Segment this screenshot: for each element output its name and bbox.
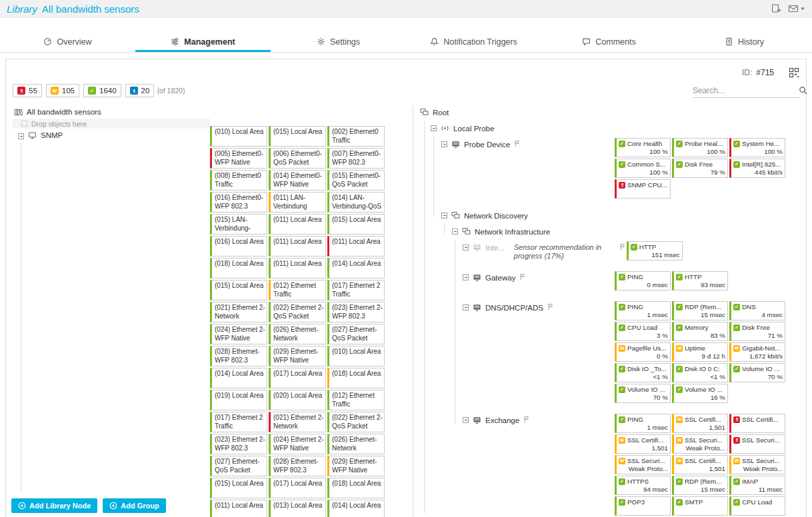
sensor-tile[interactable]: (014) Local Area	[327, 258, 385, 278]
sensor-chip[interactable]: ✓Core Health100 %	[615, 138, 671, 157]
tab-settings[interactable]: Settings	[271, 33, 406, 52]
tab-comments[interactable]: Comments	[541, 33, 677, 52]
sensor-chip[interactable]: ✓Volume IO ...70 %	[729, 363, 785, 382]
sensor-tile[interactable]: (010) Local Area	[210, 126, 267, 147]
tree-node-probe-device[interactable]: Probe Device	[420, 138, 615, 199]
drop-target[interactable]: Drop objects here	[13, 119, 210, 129]
sensor-tile[interactable]: (017) Ethernet 2 Traffic	[210, 412, 267, 432]
tree-node-dns-dhcp-ads[interactable]: DNS/DHCP/ADS	[420, 301, 615, 403]
breadcrumb[interactable]: Library	[7, 3, 37, 15]
sensor-chip[interactable]: ✓Probe Heal...100 %	[672, 138, 728, 157]
sensor-chip[interactable]: WPagefile Us...0 %	[615, 342, 671, 362]
sensor-tile[interactable]: (012) Ethernet Traffic	[327, 390, 385, 410]
badge-down[interactable]: !!55	[13, 84, 42, 97]
sensor-tile[interactable]: (018) Local Area	[327, 478, 385, 498]
sensor-chip[interactable]: ✓PING1 msec	[615, 301, 671, 320]
sensor-chip[interactable]: WSSL Securi...Weak Proto...	[615, 455, 671, 474]
sensor-chip[interactable]: WUptime9 d 12 h	[672, 342, 728, 362]
sensor-chip[interactable]: ✓RDP (Rem...15 msec	[672, 301, 728, 320]
sensor-tile[interactable]: (006) Ethernet0-QoS Packet	[269, 148, 326, 169]
sensor-tile[interactable]: (024) Ethernet 2-WFP Native	[269, 434, 326, 454]
add-group-button[interactable]: Add Group	[103, 498, 165, 513]
search-icon[interactable]	[799, 86, 807, 95]
sensor-chip[interactable]: ✓CPU Load3 %	[615, 322, 671, 341]
sensor-tile[interactable]: (015) Local Area	[210, 478, 267, 498]
sensor-chip[interactable]: ✓Memory83 %	[672, 322, 728, 341]
sensor-tile[interactable]: (011) Local Area	[210, 500, 267, 517]
sensor-chip[interactable]: WSSL Certifi...1,501	[615, 434, 671, 454]
sensor-chip[interactable]: ✓IMAP11 msec	[729, 476, 785, 495]
sensor-tile[interactable]: (028) Ethernet-WFP 802.3	[269, 456, 326, 476]
sensor-chip[interactable]: ✓HTTPS94 msec	[615, 476, 671, 495]
sensor-tile[interactable]: (027) Ethernet-QoS Packet	[327, 324, 385, 344]
sensor-tile[interactable]: (026) Ethernet-Network	[269, 324, 326, 344]
sensor-tile[interactable]: (020) Local Area	[269, 390, 326, 410]
sensor-tile[interactable]: (011) Local Area	[327, 236, 385, 257]
library-node-snmp[interactable]: SNMP	[13, 129, 210, 141]
tab-overview[interactable]: Overview	[0, 33, 135, 52]
tree-node-network-discovery[interactable]: Network Discovery	[420, 209, 615, 223]
sensor-chip[interactable]: WSSL Securi...Weak Proto...	[729, 455, 785, 474]
sensor-chip[interactable]: WSSL Securi...Weak Proto...	[672, 434, 728, 454]
sensor-tile[interactable]: (022) Ethernet 2-QoS Packet	[327, 412, 385, 432]
collapse-expander-icon[interactable]	[452, 229, 458, 235]
sensor-tile[interactable]: (011) Local Area	[269, 214, 326, 235]
sensor-chip[interactable]: !!SNMP CPU...	[615, 179, 671, 199]
sensor-tile[interactable]: (018) Local Area	[210, 258, 267, 278]
sensor-tile[interactable]: (015) LAN-Verbindung-	[210, 214, 267, 235]
tab-history[interactable]: History	[677, 33, 812, 52]
sensor-tile[interactable]: (015) Ethernet0-QoS Packet	[327, 170, 385, 191]
sensor-chip[interactable]: ✓Intel[R] 825...445 kbit/s	[729, 159, 785, 178]
tab-notification-triggers[interactable]: Notification Triggers	[406, 33, 541, 52]
sensor-tile[interactable]: (024) Ethernet 2-WFP Native	[210, 324, 267, 344]
sensor-tile[interactable]: (015) Local Area	[327, 214, 385, 235]
sensor-tile[interactable]: (014) LAN-Verbindung-QoS	[327, 192, 385, 213]
badge-warning[interactable]: W105	[46, 84, 79, 97]
sensor-tile[interactable]: (029) Ethernet-WFP Native	[269, 346, 326, 366]
sensor-tile[interactable]: (022) Ethernet 2-QoS Packet	[269, 302, 326, 322]
sensor-tile[interactable]: (015) Local Area	[210, 280, 267, 300]
search-input[interactable]	[693, 86, 796, 95]
sensor-tile[interactable]: (015) Local Area	[269, 126, 326, 147]
sensor-chip[interactable]: WSSL Certifi...1,501	[672, 414, 728, 433]
sensor-chip[interactable]: ✓POP3	[615, 496, 671, 516]
sensor-chip[interactable]: ✓SMTP	[672, 496, 728, 516]
sensor-tile[interactable]: (017) Ethernet 2 Traffic	[327, 280, 385, 300]
sensor-chip[interactable]: ✓Disk Free71 %	[729, 322, 785, 341]
sensor-chip[interactable]: ✓Volume IO ...70 %	[615, 384, 671, 403]
add-report-icon[interactable]	[771, 3, 781, 14]
sensor-tile[interactable]: (011) Local Area	[269, 236, 326, 257]
sensor-chip[interactable]: ✓PING1 msec	[615, 414, 671, 433]
sensor-chip[interactable]: ✓Disk Free79 %	[672, 159, 728, 178]
sensor-tile[interactable]: (016) Local Area	[210, 236, 267, 257]
sensor-tile[interactable]: (002) Ethernet0 Traffic	[327, 126, 385, 147]
sensor-chip[interactable]: ✓Disk IO _To...<1 %	[615, 363, 671, 382]
sensor-chip[interactable]: ✓CPU Load	[729, 496, 785, 516]
sensor-tile[interactable]: (005) Ethernet0-WFP Native	[210, 148, 267, 169]
sensor-tile[interactable]: (028) Ethernet-WFP 802.3	[210, 346, 267, 366]
sensor-tile[interactable]: (016) Ethernet0-WFP 802.3	[210, 192, 267, 213]
library-root-node[interactable]: All bandwidth sensors	[13, 106, 210, 118]
sensor-tile[interactable]: (023) Ethernet 2-WFP 802.3	[327, 302, 385, 322]
sensor-chip[interactable]: ✓Disk IO 0 C:<1 %	[672, 363, 728, 382]
tree-node-local-probe[interactable]: Local Probe	[420, 122, 615, 135]
sensor-chip[interactable]: ✓Common S...100 %	[615, 159, 671, 178]
sensor-chip[interactable]: !!SSL Certifi...	[729, 414, 785, 433]
sensor-tile[interactable]: (027) Ethernet-QoS Packet	[210, 456, 267, 476]
sensor-chip[interactable]: ✓HTTP151 msec	[627, 241, 683, 260]
qr-code-icon[interactable]	[789, 67, 799, 78]
collapse-expander-icon[interactable]	[463, 245, 469, 251]
sensor-tile[interactable]: (017) Local Area	[269, 368, 326, 388]
sensor-tile[interactable]: (026) Ethernet-Network	[327, 434, 385, 454]
sensor-chip[interactable]: ✓RDP (Rem...15 msec	[672, 476, 728, 495]
add-library-node-button[interactable]: Add Library Node	[11, 498, 97, 513]
tree-node-root[interactable]: Root	[420, 106, 615, 119]
sensor-chip[interactable]: WGigabit-Net...1,672 kbit/s	[729, 342, 785, 362]
sensor-tile[interactable]: (021) Ethernet 2-Network	[210, 302, 267, 322]
mail-menu[interactable]	[788, 3, 805, 14]
sensor-tile[interactable]: (014) Local Area	[327, 500, 385, 517]
sensor-tile[interactable]: (014) Ethernet0-WFP Native	[269, 170, 326, 191]
sensor-tile[interactable]: (011) LAN-Verbindung	[269, 192, 326, 213]
collapse-expander-icon[interactable]	[463, 274, 469, 280]
sensor-tile[interactable]: (013) Local Area	[269, 500, 326, 517]
